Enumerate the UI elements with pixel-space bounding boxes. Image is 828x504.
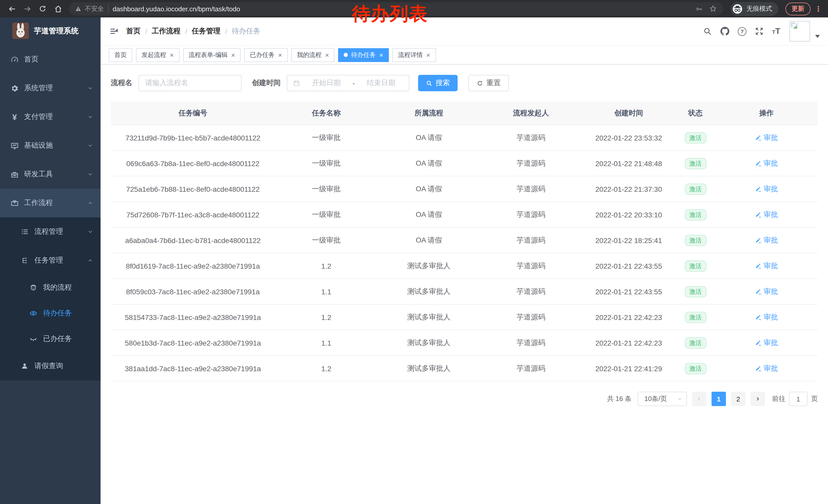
github-icon[interactable] — [720, 27, 730, 36]
security-warning[interactable]: 不安全 — [75, 4, 104, 13]
process-name-input[interactable]: 请输入流程名 — [138, 75, 242, 91]
list-icon — [20, 227, 29, 236]
column-header: 状态 — [676, 108, 715, 118]
approve-link[interactable]: 审批 — [755, 261, 778, 270]
approve-link[interactable]: 审批 — [755, 159, 778, 168]
start-date-placeholder: 开始日期 — [304, 79, 348, 88]
reload-icon[interactable] — [36, 2, 49, 15]
fullscreen-icon[interactable] — [755, 27, 764, 36]
breadcrumb-task-mgmt[interactable]: 任务管理 — [192, 27, 220, 36]
tab-todo-tasks[interactable]: 待办任务 — [338, 48, 389, 62]
search-button[interactable]: 搜索 — [418, 75, 458, 91]
dashboard-icon — [10, 55, 19, 64]
avatar-dropdown-caret-icon[interactable] — [815, 35, 820, 38]
approve-link[interactable]: 审批 — [755, 210, 778, 219]
page-size-select[interactable]: 10条/页 — [638, 392, 687, 406]
close-icon[interactable] — [426, 51, 430, 58]
tab-start-process[interactable]: 发起流程 — [136, 48, 179, 62]
sidebar-item-infrastructure[interactable]: 基础设施 — [0, 131, 100, 160]
starter-cell: 芋道源码 — [480, 133, 582, 142]
sidebar-item-process-mgmt[interactable]: 流程管理 — [0, 217, 100, 246]
breadcrumb-workflow[interactable]: 工作流程 — [152, 27, 180, 36]
breadcrumb-home[interactable]: 首页 — [126, 27, 140, 36]
close-icon[interactable] — [379, 51, 383, 58]
home-icon[interactable] — [51, 2, 65, 15]
status-badge: 激活 — [685, 158, 706, 169]
tab-home[interactable]: 首页 — [109, 48, 132, 62]
sidebar-item-devtools[interactable]: 研发工具 — [0, 160, 100, 189]
edit-pen-icon — [755, 288, 761, 295]
page-button-1[interactable]: 1 — [711, 392, 726, 406]
tab-done-tasks[interactable]: 已办任务 — [244, 48, 288, 62]
page-button-2[interactable]: 2 — [731, 392, 745, 406]
starter-cell: 芋道源码 — [480, 364, 582, 373]
create-time-cell: 2022-01-21 22:42:23 — [582, 339, 676, 347]
bookmark-star-icon[interactable] — [709, 5, 717, 13]
goto-page-input[interactable]: 1 — [789, 392, 808, 406]
sidebar-collapse-icon[interactable] — [109, 26, 119, 36]
create-time-cell: 2022-01-21 22:43:55 — [582, 262, 676, 270]
key-icon[interactable] — [695, 5, 703, 12]
task-name-cell: 一级审批 — [275, 159, 378, 168]
close-icon[interactable] — [278, 51, 282, 58]
process-cell: OA 请假 — [378, 210, 480, 219]
starter-cell: 芋道源码 — [480, 261, 582, 270]
tab-label: 流程详情 — [398, 50, 423, 59]
end-date-placeholder: 结束日期 — [359, 79, 403, 88]
tab-label: 首页 — [114, 50, 127, 59]
sidebar-item-todo-tasks[interactable]: 待办任务 — [0, 301, 100, 326]
search-button-label: 搜索 — [436, 79, 450, 88]
close-icon[interactable] — [231, 51, 235, 58]
help-icon[interactable] — [738, 27, 746, 36]
approve-link[interactable]: 审批 — [755, 133, 778, 142]
sidebar-item-leave-query[interactable]: 请假查询 — [0, 352, 100, 380]
approve-link[interactable]: 审批 — [755, 236, 778, 245]
tab-process-detail[interactable]: 流程详情 — [392, 48, 436, 62]
approve-link[interactable]: 审批 — [755, 287, 778, 296]
create-time-cell: 2022-01-21 22:43:55 — [582, 287, 676, 295]
approve-link[interactable]: 审批 — [755, 184, 778, 193]
search-icon[interactable] — [703, 27, 712, 36]
edit-pen-icon — [755, 134, 761, 141]
sidebar-item-task-mgmt[interactable]: 任务管理 — [0, 246, 100, 275]
url-text[interactable]: dashboard.yudao.iocoder.cn/bpm/task/todo — [113, 5, 240, 12]
prev-page-button[interactable] — [692, 392, 706, 406]
chevron-down-icon — [87, 171, 93, 177]
status-cell: 激活 — [676, 363, 715, 374]
table-row: a6aba0a4-7b6d-11ec-b781-acde48001122 一级审… — [111, 228, 818, 253]
task-id-cell: 580e1b3d-7ac8-11ec-a9e2-a2380e71991a — [111, 339, 275, 347]
briefcase-icon — [10, 199, 19, 208]
starter-cell: 芋道源码 — [480, 159, 582, 168]
forward-icon[interactable] — [20, 2, 34, 15]
tab-form-edit[interactable]: 流程表单-编辑 — [183, 48, 241, 62]
incognito-label: 无痕模式 — [746, 4, 772, 13]
back-icon[interactable] — [5, 2, 18, 15]
font-size-icon[interactable] — [772, 27, 780, 35]
task-id-cell: 725a1eb6-7b88-11ec-8ef0-acde48001122 — [111, 185, 275, 193]
approve-link[interactable]: 审批 — [755, 364, 778, 373]
sidebar-item-workflow[interactable]: 工作流程 — [0, 189, 100, 217]
sidebar-item-payment[interactable]: ¥ 支付管理 — [0, 102, 100, 131]
sidebar-item-done-tasks[interactable]: 已办任务 — [0, 326, 100, 352]
next-page-button[interactable] — [750, 392, 765, 406]
tab-my-process[interactable]: 我的流程 — [291, 48, 335, 62]
browser-update-button[interactable]: 更新 — [785, 2, 811, 15]
close-icon[interactable] — [170, 51, 174, 58]
starter-cell: 芋道源码 — [480, 236, 582, 245]
sidebar-item-system[interactable]: 系统管理 — [0, 74, 100, 102]
browser-menu-icon[interactable] — [815, 4, 822, 13]
gear-icon — [10, 84, 19, 93]
app-logo-row[interactable]: 芋道管理系统 — [0, 17, 100, 44]
sidebar-item-home[interactable]: 首页 — [0, 45, 100, 74]
sidebar-item-my-process[interactable]: 我的流程 — [0, 275, 100, 301]
reset-button[interactable]: 重置 — [468, 75, 509, 91]
date-range-picker[interactable]: 开始日期 - 结束日期 — [287, 75, 409, 91]
avatar[interactable] — [790, 21, 810, 42]
broken-image-icon — [791, 22, 799, 30]
close-icon[interactable] — [325, 51, 329, 58]
task-table: 任务编号 任务名称 所属流程 流程发起人 创建时间 状态 操作 73211d9d… — [111, 101, 818, 381]
approve-link[interactable]: 审批 — [755, 338, 778, 348]
process-name-label: 流程名 — [111, 79, 132, 88]
approve-link[interactable]: 审批 — [755, 313, 778, 322]
tab-label: 发起流程 — [141, 50, 166, 59]
